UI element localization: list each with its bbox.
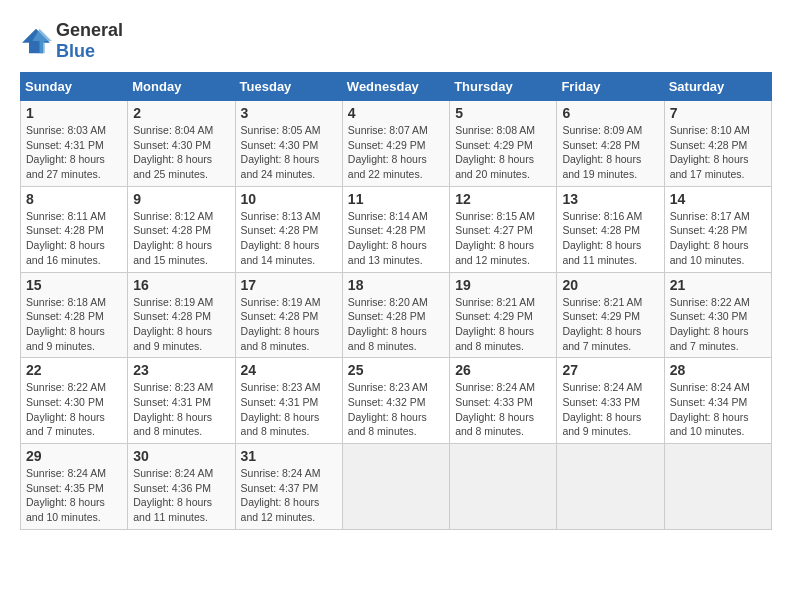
calendar-cell: 1Sunrise: 8:03 AMSunset: 4:31 PMDaylight… bbox=[21, 101, 128, 187]
day-info: Sunrise: 8:19 AMSunset: 4:28 PMDaylight:… bbox=[241, 295, 337, 354]
calendar-week-row: 8Sunrise: 8:11 AMSunset: 4:28 PMDaylight… bbox=[21, 186, 772, 272]
day-info: Sunrise: 8:08 AMSunset: 4:29 PMDaylight:… bbox=[455, 123, 551, 182]
calendar-cell: 12Sunrise: 8:15 AMSunset: 4:27 PMDayligh… bbox=[450, 186, 557, 272]
col-header-wednesday: Wednesday bbox=[342, 73, 449, 101]
day-number: 21 bbox=[670, 277, 766, 293]
calendar-cell: 6Sunrise: 8:09 AMSunset: 4:28 PMDaylight… bbox=[557, 101, 664, 187]
day-number: 12 bbox=[455, 191, 551, 207]
calendar-cell: 26Sunrise: 8:24 AMSunset: 4:33 PMDayligh… bbox=[450, 358, 557, 444]
calendar-cell: 23Sunrise: 8:23 AMSunset: 4:31 PMDayligh… bbox=[128, 358, 235, 444]
calendar-cell: 16Sunrise: 8:19 AMSunset: 4:28 PMDayligh… bbox=[128, 272, 235, 358]
day-number: 23 bbox=[133, 362, 229, 378]
day-number: 30 bbox=[133, 448, 229, 464]
calendar-cell: 20Sunrise: 8:21 AMSunset: 4:29 PMDayligh… bbox=[557, 272, 664, 358]
day-number: 5 bbox=[455, 105, 551, 121]
day-info: Sunrise: 8:24 AMSunset: 4:34 PMDaylight:… bbox=[670, 380, 766, 439]
day-number: 26 bbox=[455, 362, 551, 378]
calendar-cell: 10Sunrise: 8:13 AMSunset: 4:28 PMDayligh… bbox=[235, 186, 342, 272]
day-info: Sunrise: 8:16 AMSunset: 4:28 PMDaylight:… bbox=[562, 209, 658, 268]
calendar-body: 1Sunrise: 8:03 AMSunset: 4:31 PMDaylight… bbox=[21, 101, 772, 530]
calendar-cell bbox=[450, 444, 557, 530]
calendar-cell: 25Sunrise: 8:23 AMSunset: 4:32 PMDayligh… bbox=[342, 358, 449, 444]
calendar-cell: 24Sunrise: 8:23 AMSunset: 4:31 PMDayligh… bbox=[235, 358, 342, 444]
calendar-cell: 14Sunrise: 8:17 AMSunset: 4:28 PMDayligh… bbox=[664, 186, 771, 272]
calendar-week-row: 22Sunrise: 8:22 AMSunset: 4:30 PMDayligh… bbox=[21, 358, 772, 444]
day-number: 24 bbox=[241, 362, 337, 378]
day-info: Sunrise: 8:19 AMSunset: 4:28 PMDaylight:… bbox=[133, 295, 229, 354]
day-info: Sunrise: 8:21 AMSunset: 4:29 PMDaylight:… bbox=[455, 295, 551, 354]
day-info: Sunrise: 8:18 AMSunset: 4:28 PMDaylight:… bbox=[26, 295, 122, 354]
day-info: Sunrise: 8:03 AMSunset: 4:31 PMDaylight:… bbox=[26, 123, 122, 182]
calendar-table: SundayMondayTuesdayWednesdayThursdayFrid… bbox=[20, 72, 772, 530]
day-number: 20 bbox=[562, 277, 658, 293]
calendar-cell: 29Sunrise: 8:24 AMSunset: 4:35 PMDayligh… bbox=[21, 444, 128, 530]
day-info: Sunrise: 8:10 AMSunset: 4:28 PMDaylight:… bbox=[670, 123, 766, 182]
day-info: Sunrise: 8:23 AMSunset: 4:31 PMDaylight:… bbox=[241, 380, 337, 439]
col-header-monday: Monday bbox=[128, 73, 235, 101]
day-info: Sunrise: 8:07 AMSunset: 4:29 PMDaylight:… bbox=[348, 123, 444, 182]
calendar-cell: 21Sunrise: 8:22 AMSunset: 4:30 PMDayligh… bbox=[664, 272, 771, 358]
logo-icon bbox=[20, 27, 52, 55]
day-info: Sunrise: 8:22 AMSunset: 4:30 PMDaylight:… bbox=[670, 295, 766, 354]
day-number: 27 bbox=[562, 362, 658, 378]
day-info: Sunrise: 8:11 AMSunset: 4:28 PMDaylight:… bbox=[26, 209, 122, 268]
page-header: General Blue bbox=[20, 20, 772, 62]
day-number: 13 bbox=[562, 191, 658, 207]
calendar-cell: 15Sunrise: 8:18 AMSunset: 4:28 PMDayligh… bbox=[21, 272, 128, 358]
calendar-week-row: 29Sunrise: 8:24 AMSunset: 4:35 PMDayligh… bbox=[21, 444, 772, 530]
calendar-cell: 17Sunrise: 8:19 AMSunset: 4:28 PMDayligh… bbox=[235, 272, 342, 358]
day-number: 19 bbox=[455, 277, 551, 293]
day-info: Sunrise: 8:12 AMSunset: 4:28 PMDaylight:… bbox=[133, 209, 229, 268]
calendar-cell: 30Sunrise: 8:24 AMSunset: 4:36 PMDayligh… bbox=[128, 444, 235, 530]
day-info: Sunrise: 8:24 AMSunset: 4:35 PMDaylight:… bbox=[26, 466, 122, 525]
calendar-cell: 2Sunrise: 8:04 AMSunset: 4:30 PMDaylight… bbox=[128, 101, 235, 187]
day-info: Sunrise: 8:24 AMSunset: 4:37 PMDaylight:… bbox=[241, 466, 337, 525]
day-number: 28 bbox=[670, 362, 766, 378]
logo: General Blue bbox=[20, 20, 123, 62]
day-info: Sunrise: 8:15 AMSunset: 4:27 PMDaylight:… bbox=[455, 209, 551, 268]
day-number: 16 bbox=[133, 277, 229, 293]
day-info: Sunrise: 8:24 AMSunset: 4:33 PMDaylight:… bbox=[562, 380, 658, 439]
day-info: Sunrise: 8:23 AMSunset: 4:31 PMDaylight:… bbox=[133, 380, 229, 439]
day-number: 17 bbox=[241, 277, 337, 293]
calendar-cell: 4Sunrise: 8:07 AMSunset: 4:29 PMDaylight… bbox=[342, 101, 449, 187]
logo-text: General Blue bbox=[56, 20, 123, 62]
col-header-saturday: Saturday bbox=[664, 73, 771, 101]
calendar-cell bbox=[557, 444, 664, 530]
day-number: 31 bbox=[241, 448, 337, 464]
day-number: 1 bbox=[26, 105, 122, 121]
day-number: 3 bbox=[241, 105, 337, 121]
day-info: Sunrise: 8:14 AMSunset: 4:28 PMDaylight:… bbox=[348, 209, 444, 268]
calendar-cell bbox=[664, 444, 771, 530]
day-number: 25 bbox=[348, 362, 444, 378]
day-number: 6 bbox=[562, 105, 658, 121]
day-number: 9 bbox=[133, 191, 229, 207]
day-info: Sunrise: 8:24 AMSunset: 4:33 PMDaylight:… bbox=[455, 380, 551, 439]
day-number: 22 bbox=[26, 362, 122, 378]
day-number: 4 bbox=[348, 105, 444, 121]
day-info: Sunrise: 8:09 AMSunset: 4:28 PMDaylight:… bbox=[562, 123, 658, 182]
calendar-cell: 18Sunrise: 8:20 AMSunset: 4:28 PMDayligh… bbox=[342, 272, 449, 358]
col-header-thursday: Thursday bbox=[450, 73, 557, 101]
calendar-cell bbox=[342, 444, 449, 530]
calendar-cell: 11Sunrise: 8:14 AMSunset: 4:28 PMDayligh… bbox=[342, 186, 449, 272]
col-header-friday: Friday bbox=[557, 73, 664, 101]
day-number: 15 bbox=[26, 277, 122, 293]
calendar-cell: 3Sunrise: 8:05 AMSunset: 4:30 PMDaylight… bbox=[235, 101, 342, 187]
col-header-tuesday: Tuesday bbox=[235, 73, 342, 101]
day-info: Sunrise: 8:20 AMSunset: 4:28 PMDaylight:… bbox=[348, 295, 444, 354]
day-info: Sunrise: 8:24 AMSunset: 4:36 PMDaylight:… bbox=[133, 466, 229, 525]
calendar-cell: 22Sunrise: 8:22 AMSunset: 4:30 PMDayligh… bbox=[21, 358, 128, 444]
day-info: Sunrise: 8:22 AMSunset: 4:30 PMDaylight:… bbox=[26, 380, 122, 439]
day-number: 7 bbox=[670, 105, 766, 121]
calendar-week-row: 15Sunrise: 8:18 AMSunset: 4:28 PMDayligh… bbox=[21, 272, 772, 358]
calendar-cell: 9Sunrise: 8:12 AMSunset: 4:28 PMDaylight… bbox=[128, 186, 235, 272]
day-number: 10 bbox=[241, 191, 337, 207]
day-info: Sunrise: 8:04 AMSunset: 4:30 PMDaylight:… bbox=[133, 123, 229, 182]
day-info: Sunrise: 8:17 AMSunset: 4:28 PMDaylight:… bbox=[670, 209, 766, 268]
calendar-cell: 19Sunrise: 8:21 AMSunset: 4:29 PMDayligh… bbox=[450, 272, 557, 358]
calendar-cell: 5Sunrise: 8:08 AMSunset: 4:29 PMDaylight… bbox=[450, 101, 557, 187]
calendar-cell: 28Sunrise: 8:24 AMSunset: 4:34 PMDayligh… bbox=[664, 358, 771, 444]
day-number: 8 bbox=[26, 191, 122, 207]
calendar-cell: 8Sunrise: 8:11 AMSunset: 4:28 PMDaylight… bbox=[21, 186, 128, 272]
